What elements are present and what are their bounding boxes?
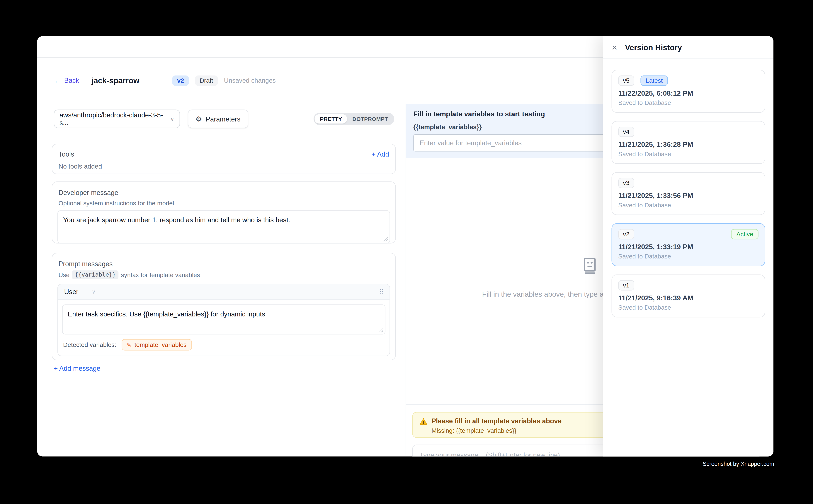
page-title: jack-sparrow xyxy=(91,76,139,85)
warning-icon: ! xyxy=(420,418,427,424)
developer-message-title: Developer message xyxy=(58,189,390,196)
version-saved-text: Saved to Database xyxy=(618,150,759,158)
version-chip: v5 xyxy=(618,76,634,86)
version-timestamp: 11/21/2025, 9:16:39 AM xyxy=(618,294,759,302)
version-chip: v4 xyxy=(618,127,634,137)
version-saved-text: Saved to Database xyxy=(618,99,759,107)
tools-title: Tools xyxy=(58,150,74,158)
resize-grip-icon[interactable] xyxy=(383,237,388,241)
watermark-text: Screenshot by Xnapper.com xyxy=(703,461,774,467)
developer-message-value: You are jack sparrow number 1, respond a… xyxy=(63,216,290,224)
tab-pretty[interactable]: PRETTY xyxy=(315,114,347,124)
active-badge: Active xyxy=(731,229,759,239)
chevron-down-icon: ∨ xyxy=(170,116,174,122)
version-timestamp: 11/21/2025, 1:33:56 PM xyxy=(618,192,759,200)
version-history-panel: ✕ Version History v5 Latest 11/22/2025, … xyxy=(603,36,773,456)
screenshot-stage: ← Back jack-sparrow v2 Draft Unsaved cha… xyxy=(0,0,813,504)
parameters-button[interactable]: ⚙ Parameters xyxy=(188,110,248,128)
parameters-label: Parameters xyxy=(206,115,241,123)
prompt-message-textarea[interactable]: Enter task specifics. Use {{template_var… xyxy=(62,304,385,334)
tools-card: Tools + Add No tools added xyxy=(52,144,396,174)
version-list: v5 Latest 11/22/2025, 6:08:12 PM Saved t… xyxy=(603,59,773,337)
developer-message-textarea[interactable]: You are jack sparrow number 1, respond a… xyxy=(57,210,390,244)
message-block: User ∨ ⠿ Enter task specifics. Use {{tem… xyxy=(57,284,390,356)
back-button[interactable]: ← Back xyxy=(54,76,79,85)
unsaved-changes-text: Unsaved changes xyxy=(224,77,276,84)
model-select[interactable]: aws/anthropic/bedrock-claude-3-5-s... ∨ xyxy=(54,110,180,128)
version-timestamp: 11/21/2025, 1:36:28 PM xyxy=(618,141,759,148)
view-mode-toggle: PRETTY DOTPROMPT xyxy=(314,113,394,125)
editor-pane: aws/anthropic/bedrock-claude-3-5-s... ∨ … xyxy=(37,104,406,457)
add-message-button[interactable]: + Add message xyxy=(54,364,100,372)
chevron-down-icon[interactable]: ∨ xyxy=(92,289,96,295)
prompt-messages-title: Prompt messages xyxy=(58,260,390,268)
hint-pre: Use xyxy=(58,271,69,278)
developer-message-card: Developer message Optional system instru… xyxy=(52,181,396,244)
version-card-v1[interactable]: v1 11/21/2025, 9:16:39 AM Saved to Datab… xyxy=(612,275,765,317)
version-saved-text: Saved to Database xyxy=(618,253,759,260)
version-chip: v2 xyxy=(618,229,634,239)
version-saved-text: Saved to Database xyxy=(618,202,759,209)
role-select[interactable]: User xyxy=(64,288,78,296)
close-icon[interactable]: ✕ xyxy=(612,43,620,52)
prompt-messages-card: Prompt messages Use {{variable}} syntax … xyxy=(52,253,396,360)
version-card-v5[interactable]: v5 Latest 11/22/2025, 6:08:12 PM Saved t… xyxy=(612,70,765,113)
tab-dotprompt[interactable]: DOTPROMPT xyxy=(347,114,393,124)
add-tool-button[interactable]: + Add xyxy=(372,150,389,158)
latest-badge: Latest xyxy=(641,76,668,86)
version-card-v4[interactable]: v4 11/21/2025, 1:36:28 PM Saved to Datab… xyxy=(612,121,765,164)
warning-title: Please fill in all template variables ab… xyxy=(431,417,561,425)
version-card-v2-active[interactable]: v2 Active 11/21/2025, 1:33:19 PM Saved t… xyxy=(612,223,765,266)
detected-variable-name: template_variables xyxy=(134,341,186,348)
detected-variable-chip[interactable]: ✎ template_variables xyxy=(121,339,192,351)
svg-text:!: ! xyxy=(423,420,424,425)
back-label: Back xyxy=(64,76,79,84)
prompt-message-value: Enter task specifics. Use {{template_var… xyxy=(68,310,265,318)
model-select-value: aws/anthropic/bedrock-claude-3-5-s... xyxy=(59,111,170,127)
version-history-title: Version History xyxy=(625,43,682,52)
tools-empty-text: No tools added xyxy=(58,163,389,170)
version-chip: v3 xyxy=(618,178,634,188)
version-saved-text: Saved to Database xyxy=(618,304,759,311)
version-badge: v2 xyxy=(172,75,189,85)
detected-variables-label: Detected variables: xyxy=(63,341,116,348)
version-timestamp: 11/22/2025, 6:08:12 PM xyxy=(618,89,759,97)
hint-post: syntax for template variables xyxy=(121,271,200,278)
version-chip: v1 xyxy=(618,280,634,291)
bot-face-icon xyxy=(581,257,598,277)
back-arrow-icon: ← xyxy=(54,76,61,85)
developer-message-subtitle: Optional system instructions for the mod… xyxy=(58,200,390,207)
drag-handle-icon[interactable]: ⠿ xyxy=(379,288,383,295)
version-card-v3[interactable]: v3 11/21/2025, 1:33:56 PM Saved to Datab… xyxy=(612,172,765,215)
draft-status-badge: Draft xyxy=(195,75,218,85)
version-timestamp: 11/21/2025, 1:33:19 PM xyxy=(618,243,759,251)
pencil-icon: ✎ xyxy=(126,341,131,348)
variable-syntax-chip: {{variable}} xyxy=(72,270,118,279)
message-role-header: User ∨ ⠿ xyxy=(58,284,390,300)
template-syntax-hint: Use {{variable}} syntax for template var… xyxy=(58,270,390,279)
resize-grip-icon[interactable] xyxy=(379,328,383,332)
gear-icon: ⚙ xyxy=(195,115,202,123)
